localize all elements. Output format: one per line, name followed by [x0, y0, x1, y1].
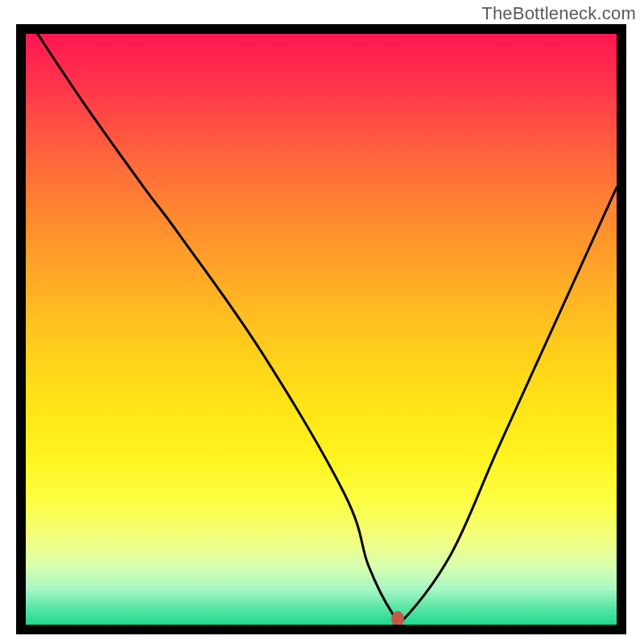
watermark-text: TheBottleneck.com: [481, 3, 636, 24]
chart-frame: [16, 24, 626, 634]
chart-wrapper: TheBottleneck.com: [0, 0, 644, 644]
chart-curve: [26, 34, 617, 625]
